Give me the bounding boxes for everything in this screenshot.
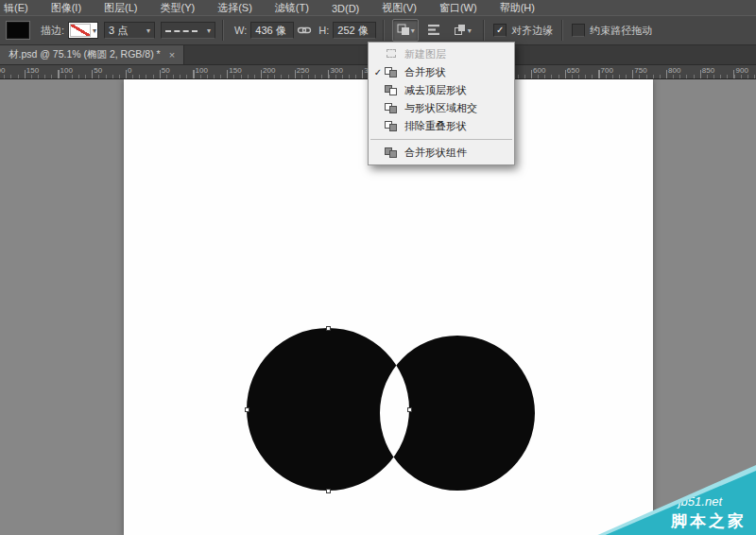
width-input[interactable]: 436 像: [250, 22, 294, 39]
anchor-point-bottom[interactable]: [326, 489, 331, 493]
align-edges-label: 对齐边缘: [511, 24, 553, 38]
document-tab[interactable]: 材.psd @ 75.1% (椭圆 2, RGB/8) * ×: [0, 45, 184, 64]
separator: [483, 20, 485, 41]
dashed-line-icon: [165, 30, 198, 32]
align-paths-icon: [427, 24, 440, 38]
fill-color-swatch[interactable]: [7, 22, 29, 39]
new-layer-icon: [385, 48, 399, 60]
check-mark: ✓: [372, 67, 384, 78]
chevron-down-icon: ▾: [411, 26, 415, 35]
exclude-shapes-icon: [385, 120, 399, 132]
chevron-down-icon: ▾: [207, 26, 211, 35]
ruler-label: 50: [92, 66, 102, 75]
ruler-label: 700: [599, 66, 613, 75]
ruler-label: 0: [126, 66, 131, 75]
ruler-label: 750: [632, 66, 646, 75]
menu-separator: [370, 139, 512, 140]
stroke-width-select[interactable]: 3 点 ▾: [104, 22, 155, 39]
menu-item-label: 减去顶层形状: [404, 83, 467, 97]
unite-shapes-icon: [385, 66, 399, 78]
ruler-label: 800: [666, 66, 680, 75]
chevron-down-icon: ▾: [468, 26, 472, 35]
menu-item-label: 新建图层: [404, 47, 446, 61]
arrange-paths-icon: [454, 24, 467, 38]
path-operations-button[interactable]: ▾: [392, 19, 419, 42]
menu-item-unite-shapes[interactable]: ✓合并形状: [369, 63, 514, 81]
width-value: 436 像: [255, 24, 285, 38]
chevron-down-icon: ▾: [93, 26, 96, 35]
separator: [222, 20, 224, 41]
ruler-label: 850: [700, 66, 714, 75]
intersect-shapes-icon: [385, 102, 399, 114]
separator: [383, 20, 385, 41]
ruler-label: 600: [531, 66, 545, 75]
ruler-label: 50: [160, 66, 170, 75]
constrain-path-checkbox[interactable]: 约束路径拖动: [572, 24, 652, 38]
ruler-label: 250: [295, 66, 309, 75]
align-edges-checkbox[interactable]: ✓ 对齐边缘: [493, 24, 553, 38]
menu-item-merge-shape-components[interactable]: 合并形状组件: [369, 144, 514, 162]
photoshop-window: 辑(E)图像(I)图层(L)类型(Y)选择(S)滤镜(T)3D(D)视图(V)窗…: [0, 0, 756, 535]
checkbox-unchecked-icon: [572, 24, 585, 37]
separator: [561, 20, 563, 41]
shape-ops-menu: 新建图层✓合并形状减去顶层形状与形状区域相交排除重叠形状合并形状组件: [368, 42, 515, 165]
watermark-site: jb51.net: [679, 494, 722, 509]
constrain-path-label: 约束路径拖动: [590, 24, 652, 38]
menubar-item[interactable]: 类型(Y): [161, 1, 196, 15]
anchor-point-left[interactable]: [245, 407, 249, 412]
menu-item-exclude-overlapping-shapes[interactable]: 排除重叠形状: [369, 117, 514, 135]
menubar-item[interactable]: 窗口(W): [439, 1, 477, 15]
stroke-width-value: 3 点: [109, 24, 128, 38]
menubar-item[interactable]: 图层(L): [104, 1, 137, 15]
menubar-item[interactable]: 3D(D): [332, 3, 359, 14]
watermark-name: 脚本之家: [671, 510, 747, 532]
height-input[interactable]: 252 像: [333, 22, 376, 39]
ruler-label: 300: [329, 66, 343, 75]
stroke-color-swatch[interactable]: ▾: [68, 22, 98, 39]
width-label: W:: [234, 25, 247, 36]
no-color-icon: [70, 24, 91, 37]
menu-item-subtract-front-shape[interactable]: 减去顶层形状: [369, 81, 514, 99]
close-tab-icon[interactable]: ×: [169, 49, 175, 60]
menu-item-intersect-shape-areas[interactable]: 与形状区域相交: [369, 99, 514, 117]
anchor-point-right[interactable]: [407, 407, 412, 412]
anchor-point-top[interactable]: [326, 326, 331, 331]
checkbox-checked-icon: ✓: [493, 24, 507, 37]
menu-item-label: 合并形状组件: [404, 146, 467, 160]
combine-shapes-icon: [397, 24, 410, 38]
menu-item-label: 排除重叠形状: [404, 119, 467, 133]
height-value: 252 像: [337, 24, 368, 38]
menubar-item[interactable]: 滤镜(T): [275, 1, 309, 15]
ruler-label: 200: [261, 66, 275, 75]
merge-components-icon: [385, 147, 399, 159]
menu-item-label: 合并形状: [404, 65, 446, 79]
ruler-label: 100: [194, 66, 208, 75]
ruler-label: 900: [734, 66, 748, 75]
stroke-style-select[interactable]: ▾: [161, 22, 215, 39]
path-alignment-button[interactable]: [421, 19, 447, 42]
menu-bar: 辑(E)图像(I)图层(L)类型(Y)选择(S)滤镜(T)3D(D)视图(V)窗…: [0, 0, 756, 15]
chevron-down-icon: ▾: [146, 26, 150, 35]
menubar-item[interactable]: 图像(I): [51, 1, 81, 15]
ruler-label: 150: [25, 66, 39, 75]
menubar-item[interactable]: 视图(V): [382, 1, 417, 15]
menu-item-new-layer[interactable]: 新建图层: [369, 45, 514, 63]
ruler-label: 100: [59, 66, 73, 75]
menubar-item[interactable]: 帮助(H): [500, 1, 535, 15]
subtract-shapes-icon: [385, 84, 399, 96]
menu-item-label: 与形状区域相交: [404, 101, 477, 115]
stroke-label: 描边:: [41, 24, 64, 38]
ruler-label: 650: [565, 66, 579, 75]
document-tab-title: 材.psd @ 75.1% (椭圆 2, RGB/8) *: [9, 48, 161, 61]
ruler-label: 200: [0, 66, 5, 75]
ruler-label: 150: [227, 66, 241, 75]
link-dimensions-icon[interactable]: [297, 25, 312, 36]
menubar-item[interactable]: 选择(S): [217, 1, 252, 15]
menubar-item[interactable]: 辑(E): [4, 1, 28, 15]
height-label: H:: [318, 25, 329, 36]
path-arrangement-button[interactable]: ▾: [449, 19, 475, 42]
